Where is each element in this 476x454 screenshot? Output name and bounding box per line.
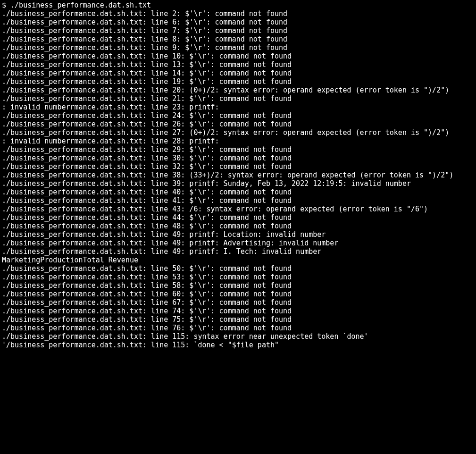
output-line: : invalid numberrmance.dat.sh.txt: line … [2,137,474,145]
output-line: ./business_performance.dat.sh.txt: line … [2,120,474,128]
command-line: $ ./business_performance.dat.sh.txt [2,1,474,9]
output-line: ./business_performance.dat.sh.txt: line … [2,18,474,26]
output-line: ./business_performance.dat.sh.txt: line … [2,205,474,213]
output-line: ./business_performance.dat.sh.txt: line … [2,94,474,103]
output-line: ./business_performance.dat.sh.txt: line … [2,324,474,332]
output-line: ./business_performance.dat.sh.txt: line … [2,230,474,239]
output-line: ./business_performance.dat.sh.txt: line … [2,196,474,205]
terminal-output[interactable]: $ ./business_performance.dat.sh.txt./bus… [0,0,476,350]
output-line: ./business_performance.dat.sh.txt: line … [2,247,474,256]
output-line: '/business_performance.dat.sh.txt: line … [2,341,474,349]
output-line: ./business_performance.dat.sh.txt: line … [2,52,474,60]
output-line: ./business_performance.dat.sh.txt: line … [2,179,474,188]
output-line: : invalid numberrmance.dat.sh.txt: line … [2,103,474,111]
output-line: ./business_performance.dat.sh.txt: line … [2,281,474,290]
output-line: ./business_performance.dat.sh.txt: line … [2,222,474,230]
output-line: ./business_performance.dat.sh.txt: line … [2,213,474,222]
output-line: ./business_performance.dat.sh.txt: line … [2,264,474,273]
output-line: ./business_performance.dat.sh.txt: line … [2,145,474,154]
output-line: ./business_performance.dat.sh.txt: line … [2,332,474,341]
output-line: ./business_performance.dat.sh.txt: line … [2,188,474,196]
output-line: ./business_performance.dat.sh.txt: line … [2,111,474,120]
output-line: ./business_performance.dat.sh.txt: line … [2,60,474,69]
output-line: ./business_performance.dat.sh.txt: line … [2,162,474,171]
output-line: ./business_performance.dat.sh.txt: line … [2,171,474,179]
output-line: ./business_performance.dat.sh.txt: line … [2,9,474,18]
output-line: ./business_performance.dat.sh.txt: line … [2,86,474,94]
output-line: ./business_performance.dat.sh.txt: line … [2,290,474,298]
output-line: ./business_performance.dat.sh.txt: line … [2,239,474,247]
output-line: MarketingProductionTotal Revenue [2,256,474,264]
output-line: ./business_performance.dat.sh.txt: line … [2,128,474,137]
output-line: ./business_performance.dat.sh.txt: line … [2,69,474,77]
output-line: ./business_performance.dat.sh.txt: line … [2,35,474,43]
output-line: ./business_performance.dat.sh.txt: line … [2,315,474,324]
output-line: ./business_performance.dat.sh.txt: line … [2,273,474,281]
output-line: ./business_performance.dat.sh.txt: line … [2,77,474,86]
output-line: ./business_performance.dat.sh.txt: line … [2,26,474,35]
output-line: ./business_performance.dat.sh.txt: line … [2,43,474,52]
output-line: ./business_performance.dat.sh.txt: line … [2,298,474,307]
output-line: ./business_performance.dat.sh.txt: line … [2,154,474,162]
output-line: ./business_performance.dat.sh.txt: line … [2,307,474,315]
